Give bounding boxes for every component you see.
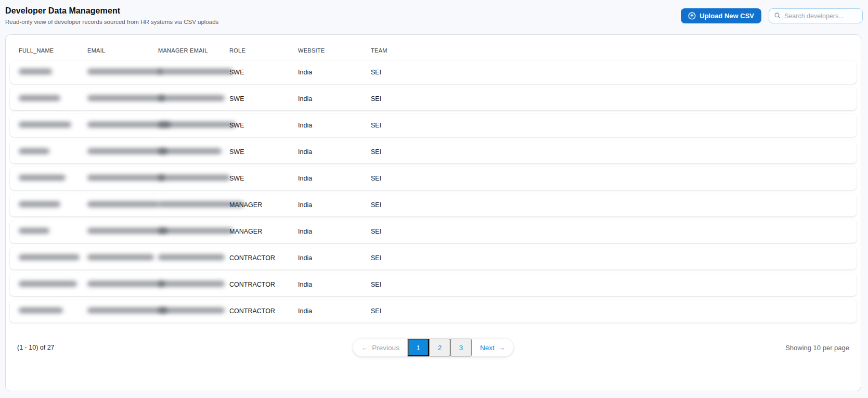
website-cell: India — [298, 122, 371, 129]
table-row: SWEIndiaSEI — [10, 167, 857, 190]
email-cell — [87, 122, 158, 129]
column-header: WEBSITE — [298, 47, 371, 54]
redacted-text — [19, 281, 77, 287]
manager-email-cell — [158, 228, 229, 235]
role-cell: MANAGER — [229, 228, 298, 235]
role-cell: SWE — [229, 69, 298, 76]
manager-email-cell — [158, 122, 229, 129]
table-row: MANAGERIndiaSEI — [10, 194, 857, 216]
redacted-text — [158, 122, 236, 127]
website-cell: India — [298, 69, 371, 76]
manager-email-cell — [158, 307, 229, 315]
pager: ← Previous 123 Next → — [353, 339, 513, 356]
page-header: Developer Data Management Read-only view… — [5, 6, 863, 25]
email-cell — [87, 95, 158, 102]
developers-table-card: FULL_NAMEEMAILMANAGER EMAILROLEWEBSITETE… — [5, 34, 861, 391]
website-cell: India — [298, 201, 371, 209]
redacted-text — [19, 307, 63, 313]
manager-email-cell — [158, 254, 229, 262]
redacted-text — [19, 95, 60, 101]
full-name-cell — [19, 148, 87, 156]
redacted-text — [87, 307, 167, 313]
previous-label: Previous — [372, 344, 399, 352]
page-subtitle: Read-only view of developer records sour… — [5, 19, 218, 25]
table-row: SWEIndiaSEI — [10, 140, 857, 163]
full-name-cell — [19, 175, 87, 182]
table-row: CONTRACTORIndiaSEI — [10, 247, 857, 269]
role-cell: SWE — [229, 175, 298, 182]
redacted-text — [158, 307, 225, 313]
team-cell: SEI — [371, 228, 857, 235]
role-cell: CONTRACTOR — [229, 254, 298, 262]
page-3-button[interactable]: 3 — [450, 339, 472, 356]
table-row: SWEIndiaSEI — [10, 61, 857, 84]
table-row: CONTRACTORIndiaSEI — [10, 273, 857, 296]
manager-email-cell — [158, 69, 229, 76]
full-name-cell — [19, 281, 87, 288]
team-cell: SEI — [371, 122, 857, 129]
result-range-label: (1 - 10) of 27 — [17, 344, 55, 351]
website-cell: India — [298, 95, 371, 102]
column-header: ROLE — [229, 47, 298, 54]
redacted-text — [19, 69, 52, 74]
redacted-text — [87, 281, 165, 287]
email-cell — [87, 148, 158, 156]
previous-page-button[interactable]: ← Previous — [353, 339, 408, 356]
column-header: EMAIL — [87, 47, 158, 54]
website-cell: India — [298, 228, 371, 235]
role-cell: SWE — [229, 95, 298, 102]
role-cell: CONTRACTOR — [229, 281, 298, 288]
redacted-text — [87, 201, 159, 207]
website-cell: India — [298, 307, 371, 315]
team-cell: SEI — [371, 175, 857, 182]
search-developers-input[interactable] — [784, 12, 858, 20]
email-cell — [87, 175, 158, 182]
upload-new-csv-button[interactable]: Upload New CSV — [681, 8, 761, 23]
upload-arrow-circle-icon — [688, 12, 696, 20]
table-row: SWEIndiaSEI — [10, 87, 857, 110]
website-cell: India — [298, 281, 371, 288]
email-cell — [87, 228, 158, 235]
full-name-cell — [19, 307, 87, 315]
team-cell: SEI — [371, 201, 857, 209]
team-cell: SEI — [371, 307, 857, 315]
full-name-cell — [19, 201, 87, 209]
team-cell: SEI — [371, 69, 857, 76]
next-page-button[interactable]: Next → — [472, 339, 513, 356]
team-cell: SEI — [371, 95, 857, 102]
page-buttons-slot: 123 — [408, 339, 472, 356]
table-row: CONTRACTORIndiaSEI — [10, 300, 857, 323]
redacted-text — [19, 148, 49, 154]
team-cell: SEI — [371, 148, 857, 156]
website-cell: India — [298, 254, 371, 262]
column-header: FULL_NAME — [19, 47, 87, 54]
manager-email-cell — [158, 201, 229, 209]
left-arrow-icon: ← — [361, 344, 369, 352]
redacted-text — [158, 175, 230, 181]
page-title: Developer Data Management — [5, 6, 218, 16]
email-cell — [87, 201, 158, 209]
page-1-button[interactable]: 1 — [408, 339, 429, 356]
redacted-text — [19, 228, 49, 234]
page-2-button[interactable]: 2 — [429, 339, 450, 356]
team-cell: SEI — [371, 254, 857, 262]
redacted-text — [19, 122, 71, 127]
manager-email-cell — [158, 281, 229, 288]
redacted-text — [87, 69, 162, 74]
role-cell: SWE — [229, 148, 298, 156]
redacted-text — [158, 281, 225, 287]
table-row: MANAGERIndiaSEI — [10, 220, 857, 243]
redacted-text — [87, 254, 154, 260]
role-cell: CONTRACTOR — [229, 307, 298, 315]
next-label: Next — [480, 344, 495, 352]
manager-email-cell — [158, 175, 229, 182]
email-cell — [87, 307, 158, 315]
email-cell — [87, 69, 158, 76]
manager-email-cell — [158, 95, 229, 102]
redacted-text — [158, 228, 233, 234]
per-page-label: Showing 10 per page — [785, 344, 849, 352]
redacted-text — [87, 95, 165, 101]
website-cell: India — [298, 148, 371, 156]
search-icon — [774, 11, 781, 21]
redacted-text — [158, 148, 222, 154]
